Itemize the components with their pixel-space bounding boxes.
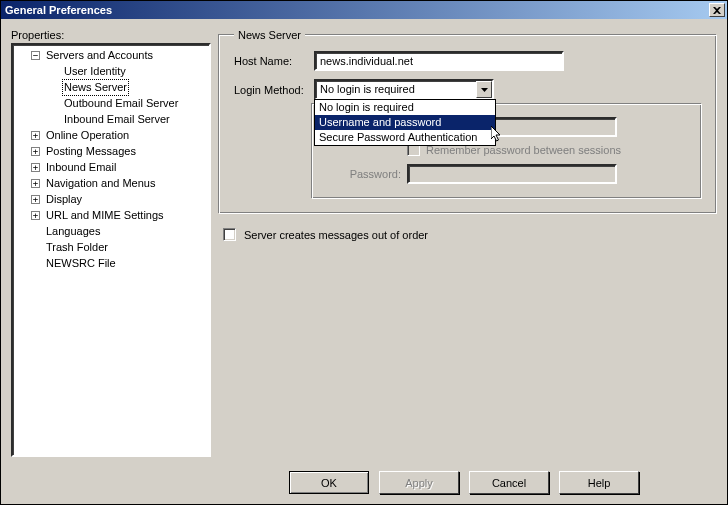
login-option-no-login[interactable]: No login is required — [315, 100, 495, 115]
expand-icon[interactable]: + — [31, 131, 40, 140]
news-server-group: News Server Host Name: Login Method: No … — [219, 29, 717, 214]
tree-newsrc-file[interactable]: NEWSRC File — [13, 255, 209, 271]
out-of-order-row[interactable]: Server creates messages out of order — [223, 228, 713, 241]
collapse-icon[interactable]: − — [31, 51, 40, 60]
close-button[interactable] — [709, 3, 725, 17]
help-button[interactable]: Help — [559, 471, 639, 494]
group-legend: News Server — [234, 29, 305, 41]
hostname-label: Host Name: — [234, 55, 314, 67]
tree-trash-folder[interactable]: Trash Folder — [13, 239, 209, 255]
close-icon — [713, 7, 721, 14]
tree-url-mime[interactable]: +URL and MIME Settings — [13, 207, 209, 223]
tree-outbound-email[interactable]: Outbound Email Server — [13, 95, 209, 111]
tree-posting-messages[interactable]: +Posting Messages — [13, 143, 209, 159]
tree-user-identity[interactable]: User Identity — [13, 63, 209, 79]
login-method-label: Login Method: — [234, 84, 314, 96]
properties-tree[interactable]: − Servers and Accounts User Identity New… — [11, 43, 211, 457]
login-method-value: No login is required — [316, 81, 476, 98]
ok-button[interactable]: OK — [289, 471, 369, 494]
login-method-combo[interactable]: No login is required No login is require… — [314, 79, 494, 100]
cancel-button[interactable]: Cancel — [469, 471, 549, 494]
chevron-down-icon — [481, 88, 488, 92]
login-method-dropdown[interactable]: No login is required Username and passwo… — [314, 99, 496, 146]
title-bar: General Preferences — [1, 1, 727, 19]
tree-navigation-menus[interactable]: +Navigation and Menus — [13, 175, 209, 191]
expand-icon[interactable]: + — [31, 147, 40, 156]
password-label: Password: — [327, 168, 401, 180]
apply-button: Apply — [379, 471, 459, 494]
tree-inbound-email-server[interactable]: Inbound Email Server — [13, 111, 209, 127]
tree-news-server[interactable]: News Server — [13, 79, 209, 95]
expand-icon[interactable]: + — [31, 195, 40, 204]
out-of-order-label: Server creates messages out of order — [244, 229, 428, 241]
tree-online-operation[interactable]: +Online Operation — [13, 127, 209, 143]
tree-languages[interactable]: Languages — [13, 223, 209, 239]
expand-icon[interactable]: + — [31, 179, 40, 188]
window-title: General Preferences — [5, 4, 709, 16]
combo-dropdown-button[interactable] — [476, 81, 492, 98]
password-input — [407, 164, 617, 184]
properties-label: Properties: — [11, 29, 211, 41]
out-of-order-checkbox[interactable] — [223, 228, 236, 241]
expand-icon[interactable]: + — [31, 211, 40, 220]
tree-display[interactable]: +Display — [13, 191, 209, 207]
button-row: OK Apply Cancel Help — [1, 463, 727, 504]
tree-inbound-email[interactable]: +Inbound Email — [13, 159, 209, 175]
tree-servers-accounts[interactable]: − Servers and Accounts — [13, 47, 209, 63]
hostname-input[interactable] — [314, 51, 564, 71]
expand-icon[interactable]: + — [31, 163, 40, 172]
login-option-username-password[interactable]: Username and password — [315, 115, 495, 130]
login-option-spa[interactable]: Secure Password Authentication — [315, 130, 495, 145]
